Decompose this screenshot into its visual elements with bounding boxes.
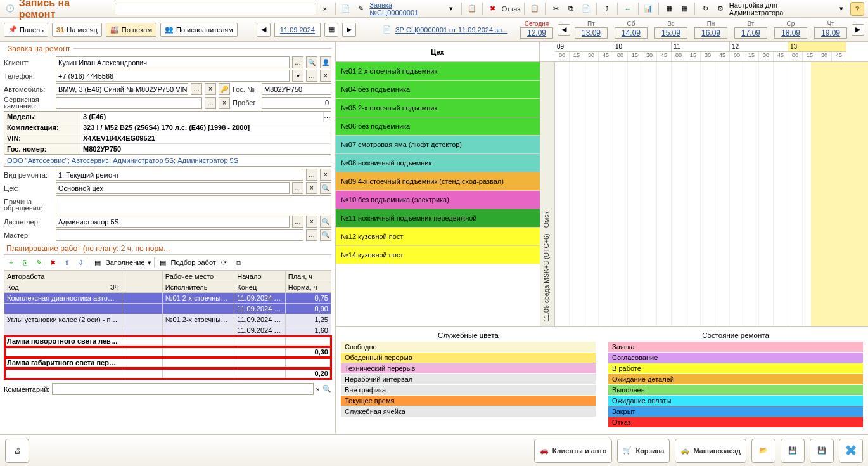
- day-1[interactable]: Пт13.09: [572, 20, 610, 39]
- tab-month[interactable]: 31На месяц: [52, 23, 102, 37]
- doc-icon2[interactable]: 📄: [383, 25, 392, 34]
- workstation-row[interactable]: №07 смотровая яма (люфт детектор): [336, 136, 540, 154]
- dropdown-icon[interactable]: ▾: [445, 3, 457, 15]
- org-link[interactable]: ООО "Автосервис"; Автосервис; Администра…: [7, 157, 328, 164]
- master-pick[interactable]: …: [306, 229, 317, 241]
- col-end[interactable]: Конец: [234, 282, 285, 293]
- paste-icon[interactable]: 📄: [580, 3, 592, 15]
- reason-input[interactable]: [56, 195, 331, 214]
- fill-drop[interactable]: ▾: [148, 259, 151, 267]
- selector-clear[interactable]: ×: [319, 3, 331, 15]
- workstation-row[interactable]: №11 ножничный подъемник передвижной: [336, 209, 540, 228]
- day-prev[interactable]: ◀: [558, 24, 570, 36]
- tab-panel[interactable]: 📌Панель: [4, 23, 48, 37]
- date-next[interactable]: ▶: [342, 23, 356, 37]
- add-icon[interactable]: ＋: [5, 257, 16, 268]
- dispatcher-input[interactable]: Администратор 5S: [56, 216, 290, 228]
- date-cal[interactable]: ▦: [324, 23, 338, 37]
- col-performer[interactable]: Исполнитель: [162, 282, 234, 293]
- phone-clear[interactable]: ×: [320, 70, 331, 82]
- day-2[interactable]: Сб14.09: [612, 20, 650, 39]
- campaign-pick[interactable]: …: [205, 97, 216, 109]
- down-icon[interactable]: ⇩: [75, 257, 86, 268]
- tbl1-icon[interactable]: ▦: [663, 3, 675, 15]
- table-row[interactable]: Лампа габаритного света передняя п...: [4, 358, 331, 368]
- table-row[interactable]: 11.09.2024 2...1,60: [4, 325, 331, 336]
- dispatcher-srch[interactable]: 🔍: [320, 216, 331, 228]
- day-7[interactable]: Чт19.09: [812, 20, 850, 39]
- request-icon[interactable]: ✎: [354, 3, 367, 15]
- car-key[interactable]: 🔑: [219, 83, 230, 95]
- copy-icon[interactable]: 📋: [466, 3, 478, 15]
- table-row[interactable]: 11.09.2024 1...0,90: [4, 304, 331, 314]
- mileage-input[interactable]: 0: [262, 97, 331, 109]
- day-6[interactable]: Ср18.09: [772, 20, 810, 39]
- workstation-row[interactable]: №05 2-х стоечный подъемник: [336, 99, 540, 117]
- cut-icon[interactable]: ✂: [549, 3, 562, 15]
- up-icon[interactable]: ⇧: [61, 257, 72, 268]
- car-clear[interactable]: ×: [205, 83, 216, 95]
- workstation-row[interactable]: №12 кузовной пост: [336, 228, 540, 246]
- day-4[interactable]: Пн16.09: [692, 20, 730, 39]
- comment-input[interactable]: [52, 383, 313, 395]
- phone-drop[interactable]: ▾: [292, 70, 303, 82]
- doc-link[interactable]: ЗР СЦ00000001 от 11.09.2024 за...: [395, 26, 508, 34]
- details-pick[interactable]: …: [323, 112, 331, 122]
- refresh-icon[interactable]: ↻: [699, 3, 712, 15]
- print-button[interactable]: 🖨: [5, 439, 29, 463]
- save-button[interactable]: 💾: [810, 439, 834, 463]
- open-button[interactable]: 📂: [751, 439, 775, 463]
- table-row[interactable]: Углы установки колес (2 оси) - проверка …: [4, 314, 331, 325]
- gear-icon[interactable]: ⚙: [714, 3, 727, 15]
- day-3[interactable]: Вс15.09: [652, 20, 690, 39]
- client-search[interactable]: 🔍: [306, 56, 317, 68]
- day-next[interactable]: ▶: [852, 24, 864, 36]
- copy2-icon[interactable]: ⧉: [565, 3, 577, 15]
- tab-by-workshop[interactable]: 🏭По цехам: [106, 23, 156, 37]
- swap-icon[interactable]: ↔: [622, 3, 634, 15]
- car-pick[interactable]: …: [191, 83, 202, 95]
- drivein-button[interactable]: 🚕Машинозаезд: [675, 439, 746, 463]
- workstation-row[interactable]: №09 4-х стоечный подъемник (стенд сход-р…: [336, 172, 540, 191]
- chart-icon[interactable]: 📊: [642, 3, 655, 15]
- comment-clear[interactable]: ×: [316, 385, 320, 393]
- schedule-grid[interactable]: [555, 62, 868, 326]
- cart-button[interactable]: 🛒Корзина: [617, 439, 670, 463]
- table-row[interactable]: Комплексная диагностика автомобиля по 1.…: [4, 293, 331, 304]
- day-5[interactable]: Вт17.09: [732, 20, 770, 39]
- client-input[interactable]: Кузин Иван Александрович: [56, 56, 290, 68]
- settings-dropdown-icon[interactable]: ▾: [835, 3, 848, 15]
- table-row[interactable]: 0,20: [4, 368, 331, 379]
- phone-input[interactable]: +7 (916) 4445566: [56, 70, 290, 82]
- workshop-srch[interactable]: 🔍: [320, 182, 331, 194]
- workstation-row[interactable]: №06 без подъемника: [336, 117, 540, 136]
- col-norm[interactable]: Норма, ч: [285, 282, 331, 293]
- selector-input[interactable]: [115, 3, 316, 15]
- workstation-row[interactable]: №08 ножничный подъемник: [336, 154, 540, 172]
- edit-icon[interactable]: ✎: [33, 257, 44, 268]
- date-field[interactable]: 11.09.2024: [274, 23, 321, 37]
- col-start[interactable]: Начало: [234, 271, 285, 282]
- phone-pick[interactable]: …: [306, 70, 317, 82]
- client-user[interactable]: 👤: [320, 56, 331, 68]
- export-icon[interactable]: ⤴: [601, 3, 613, 15]
- settings-label[interactable]: Настройка для Администратора: [729, 1, 833, 16]
- workshop-clear[interactable]: ×: [306, 182, 317, 194]
- doc-icon[interactable]: 📄: [340, 3, 352, 15]
- day-today[interactable]: Сегодня12.09: [518, 20, 556, 39]
- tab-by-performer[interactable]: 👥По исполнителям: [160, 23, 238, 37]
- tool2-icon[interactable]: ⧉: [233, 257, 244, 268]
- tbl2-icon[interactable]: ▦: [678, 3, 691, 15]
- workstation-row[interactable]: №10 без подъемника (электрика): [336, 191, 540, 209]
- request-link[interactable]: Заявка №СЦ00000001: [369, 1, 442, 16]
- col-place[interactable]: Рабочее место: [162, 271, 234, 282]
- campaign-clear[interactable]: ×: [219, 97, 230, 109]
- fill-icon[interactable]: ▤: [92, 257, 103, 268]
- table-row[interactable]: Лампа поворотного света левая - с/у: [4, 336, 331, 347]
- client-pick[interactable]: …: [292, 56, 303, 68]
- master-srch[interactable]: 🔍: [320, 229, 331, 241]
- col-work[interactable]: Авторабота: [4, 271, 122, 282]
- repairtype-clear[interactable]: ×: [320, 169, 331, 181]
- dispatcher-pick[interactable]: …: [292, 216, 303, 228]
- gos-input[interactable]: М802УР750: [262, 83, 331, 95]
